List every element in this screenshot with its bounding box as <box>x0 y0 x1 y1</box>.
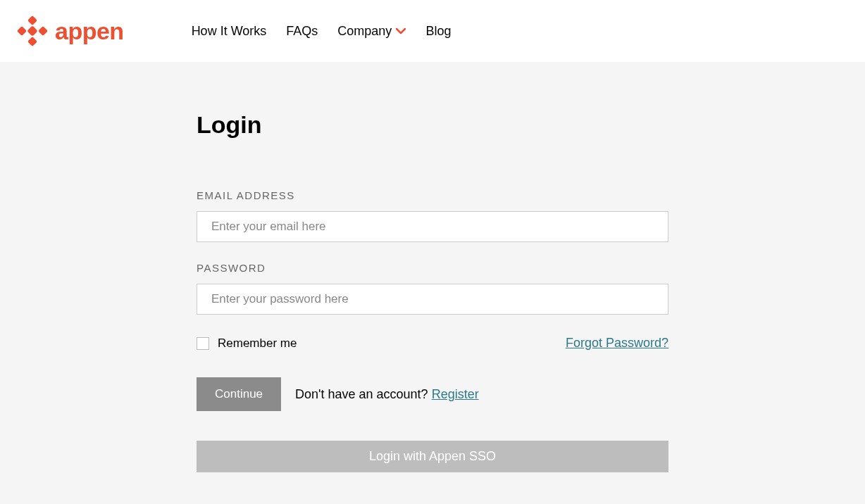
email-label: EMAIL ADDRESS <box>197 189 668 201</box>
nav-label: Company <box>337 24 392 39</box>
nav-how-it-works[interactable]: How It Works <box>192 24 267 39</box>
email-input[interactable] <box>197 211 668 242</box>
nav-faqs[interactable]: FAQs <box>286 24 318 39</box>
no-account-text: Don't have an account? <box>295 387 432 401</box>
logo-icon <box>17 15 48 46</box>
page-title: Login <box>197 111 668 139</box>
continue-button[interactable]: Continue <box>197 377 281 411</box>
svg-rect-2 <box>38 26 48 36</box>
options-row: Remember me Forgot Password? <box>197 336 668 351</box>
svg-rect-1 <box>17 26 27 36</box>
sso-login-button[interactable]: Login with Appen SSO <box>197 441 668 472</box>
password-label: PASSWORD <box>197 262 668 274</box>
site-header: appen How It Works FAQs Company Blog <box>0 0 865 62</box>
remember-me-wrap[interactable]: Remember me <box>197 336 297 351</box>
nav-blog[interactable]: Blog <box>425 24 451 39</box>
login-form: Login EMAIL ADDRESS PASSWORD Remember me… <box>196 111 669 472</box>
password-group: PASSWORD <box>197 262 668 315</box>
email-group: EMAIL ADDRESS <box>197 189 668 242</box>
brand-name: appen <box>55 18 124 45</box>
remember-label: Remember me <box>218 336 297 351</box>
svg-rect-0 <box>27 15 37 25</box>
svg-rect-3 <box>27 37 37 46</box>
register-link[interactable]: Register <box>432 387 479 401</box>
svg-rect-4 <box>27 25 38 37</box>
nav-company[interactable]: Company <box>337 24 406 39</box>
action-row: Continue Don't have an account? Register <box>197 377 668 411</box>
password-input[interactable] <box>197 284 668 315</box>
nav-label: How It Works <box>192 24 267 39</box>
register-prompt: Don't have an account? Register <box>295 387 479 402</box>
main-nav: How It Works FAQs Company Blog <box>192 24 452 39</box>
nav-label: Blog <box>425 24 451 39</box>
remember-checkbox[interactable] <box>197 337 209 350</box>
nav-label: FAQs <box>286 24 318 39</box>
forgot-password-link[interactable]: Forgot Password? <box>566 336 668 351</box>
main-content: Login EMAIL ADDRESS PASSWORD Remember me… <box>0 62 865 504</box>
chevron-down-icon <box>396 25 406 37</box>
brand-logo[interactable]: appen <box>17 15 124 46</box>
